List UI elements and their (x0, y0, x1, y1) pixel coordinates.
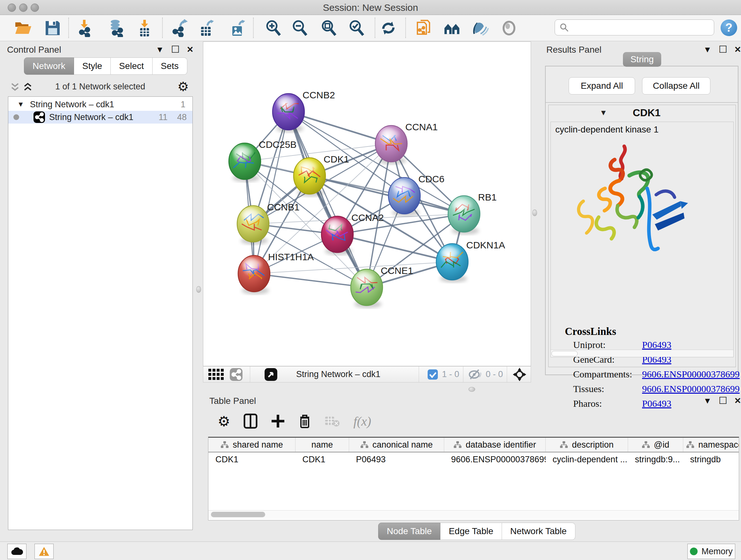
export-table-icon[interactable] (197, 19, 215, 37)
collection-label: String Network – cdk1 (30, 100, 114, 110)
gene-collapse-icon[interactable]: ▼ (600, 108, 607, 117)
show-graphics-icon[interactable] (500, 19, 518, 37)
results-panel-float-icon[interactable]: ☐ (719, 45, 727, 54)
table-cell[interactable]: cyclin-dependent ... (546, 452, 628, 466)
import-network-icon[interactable] (75, 19, 93, 37)
left-splitter-handle[interactable] (196, 286, 201, 293)
help-icon[interactable]: ? (721, 19, 737, 36)
delete-column-icon[interactable] (298, 414, 311, 429)
string-network-icon (33, 111, 45, 123)
crosslink-link[interactable]: 9606.ENSP00000378699 (642, 369, 740, 380)
table-row[interactable]: CDK1CDK1P064939606.ENSP00000378699cyclin… (208, 452, 739, 466)
window-title: Session: New Session (0, 2, 741, 13)
control-panel-float-icon[interactable]: ☐ (171, 45, 180, 54)
memory-label: Memory (701, 547, 733, 557)
crosslink-link[interactable]: P06493 (642, 398, 671, 409)
control-panel-collapse-icon[interactable]: ▼ (156, 45, 164, 54)
column-header-name[interactable]: name (295, 438, 349, 452)
zoom-in-icon[interactable] (265, 19, 282, 37)
column-header-shared-name[interactable]: shared name (208, 438, 295, 452)
search-input[interactable] (569, 22, 714, 33)
tab-network[interactable]: Network (24, 57, 74, 75)
fit-selection-crosshair-icon[interactable] (512, 367, 527, 382)
network-edge-HIST1H1A-CCNE1[interactable] (254, 273, 367, 287)
tab-style[interactable]: Style (74, 57, 111, 75)
first-neighbors-icon[interactable] (443, 19, 461, 37)
import-table-icon[interactable] (136, 19, 153, 37)
results-hscrollbar[interactable] (551, 350, 733, 357)
results-panel-collapse-icon[interactable]: ▼ (703, 45, 712, 54)
tab-edge-table[interactable]: Edge Table (441, 523, 502, 540)
tab-string[interactable]: String (623, 52, 661, 67)
tab-node-table[interactable]: Node Table (378, 523, 441, 540)
network-row[interactable]: String Network – cdk1 11 48 (8, 111, 192, 124)
results-panel-close-icon[interactable]: ✕ (734, 45, 741, 54)
table-cell[interactable]: CDK1 (208, 452, 295, 466)
collection-expand-icon[interactable]: ▼ (17, 100, 24, 109)
table-cell[interactable]: stringdb (683, 452, 739, 466)
tab-network-table[interactable]: Network Table (502, 523, 576, 540)
open-session-icon[interactable] (14, 19, 32, 37)
table-cell[interactable]: stringdb:9... (628, 452, 683, 466)
table-hscrollbar[interactable] (208, 510, 739, 519)
column-header-namespace[interactable]: namespace (683, 438, 739, 452)
hide-selected-icon[interactable] (471, 19, 489, 37)
zoom-out-icon[interactable] (291, 19, 309, 37)
network-canvas[interactable]: CCNB2CCNA1CDC25BCDK1CDC6RB1CCNB1CCNA2CDK… (203, 42, 531, 366)
right-splitter-handle[interactable] (532, 209, 537, 216)
network-options-gear-icon[interactable]: ⚙ (178, 79, 189, 94)
tab-sets[interactable]: Sets (152, 57, 187, 75)
node-label-CDC6: CDC6 (418, 174, 445, 184)
table-panel-close-icon[interactable]: ✕ (734, 396, 741, 405)
add-column-icon[interactable] (271, 414, 285, 428)
bottom-splitter-handle[interactable] (468, 387, 475, 392)
network-view-title: String Network – cdk1 (296, 369, 381, 379)
selected-checkbox-icon[interactable] (427, 369, 438, 380)
column-header-database-identifier[interactable]: database identifier (444, 438, 546, 452)
gene-entry: ▼ CDK1 cyclin-dependent kinase 1 (548, 105, 736, 367)
table-cell[interactable]: P06493 (349, 452, 444, 466)
column-header--id[interactable]: @id (628, 438, 683, 452)
search-field[interactable] (555, 19, 714, 36)
delete-table-icon[interactable] (325, 415, 340, 428)
memory-button[interactable]: Memory (687, 544, 735, 559)
refresh-icon[interactable] (380, 19, 397, 37)
table-cell[interactable]: 9606.ENSP00000378699 (444, 452, 546, 466)
warning-icon (39, 547, 50, 556)
zoom-selected-icon[interactable] (348, 19, 366, 37)
tab-select[interactable]: Select (111, 57, 152, 75)
table-panel-float-icon[interactable]: ☐ (719, 396, 727, 406)
column-header-canonical-name[interactable]: canonical name (349, 438, 444, 452)
network-view-toolbar: String Network – cdk1 1 - 0 0 - 0 (203, 366, 531, 382)
network-type-icon[interactable] (229, 368, 243, 381)
table-panel-collapse-icon[interactable]: ▼ (703, 396, 712, 405)
gene-symbol: CDK1 (633, 107, 661, 119)
export-network-icon[interactable] (171, 19, 189, 37)
crosslink-link[interactable]: 9606.ENSP00000378699 (642, 383, 740, 394)
hidden-eye-slash-icon[interactable] (468, 368, 482, 381)
export-image-icon[interactable] (228, 19, 246, 37)
birds-eye-view-icon[interactable] (264, 368, 278, 381)
function-builder-button[interactable]: f(x) (353, 414, 371, 429)
control-panel-close-icon[interactable]: ✕ (187, 45, 194, 54)
grid-view-icon[interactable] (208, 368, 224, 381)
table-options-gear-icon[interactable]: ⚙ (218, 413, 230, 429)
show-columns-icon[interactable] (244, 414, 258, 429)
warnings-button[interactable] (35, 544, 54, 559)
status-bar: Memory (0, 542, 741, 560)
clone-network-icon[interactable] (415, 19, 433, 37)
table-toolbar: ⚙ f(x) (208, 409, 739, 433)
collapse-all-button[interactable]: Collapse All (642, 77, 711, 95)
cloud-button[interactable] (7, 544, 26, 559)
save-session-icon[interactable] (44, 19, 62, 37)
shared-column-icon (454, 441, 462, 449)
network-collection-row[interactable]: ▼ String Network – cdk1 1 (8, 98, 192, 111)
results-panel-title: Results Panel (546, 45, 602, 55)
crosslink-link[interactable]: P06493 (642, 339, 671, 350)
zoom-fit-icon[interactable] (320, 19, 338, 37)
expand-all-button[interactable]: Expand All (569, 77, 635, 95)
table-cell[interactable]: CDK1 (295, 452, 349, 466)
column-header-description[interactable]: description (546, 438, 628, 452)
import-database-icon[interactable] (107, 19, 125, 37)
network-edge-CCNB2-HIST1H1A[interactable] (254, 112, 288, 273)
